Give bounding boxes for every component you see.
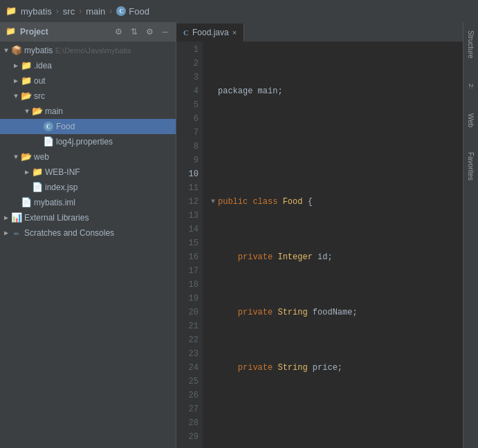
module-icon: 📦 (11, 45, 22, 56)
line-num-2: 2 (176, 57, 199, 71)
breadcrumb-sep3: › (109, 6, 112, 16)
line-num-5: 5 (176, 98, 199, 112)
java-class-food-icon: C (43, 121, 54, 132)
tree-item-web[interactable]: ▼ 📂 web (0, 149, 176, 165)
tree-item-external-libs[interactable]: ▶ 📊 External Libraries (0, 210, 176, 225)
breadcrumb-food: C Food (116, 6, 149, 17)
tree-label-webinf: WEB-INF (45, 167, 80, 177)
code-line-6: private String price; (208, 361, 463, 375)
project-name: mybatis (21, 6, 52, 17)
code-line-7 (208, 416, 463, 430)
expand-arrow-webinf: ▶ (22, 168, 32, 176)
expand-arrow-out: ▶ (11, 77, 21, 85)
breadcrumb-src: src (63, 6, 75, 17)
tree-label-indexjsp: index.jsp (45, 183, 77, 192)
line-num-4: 4 (176, 84, 199, 98)
line-num-7: 7 (176, 126, 199, 140)
folder-idea-icon: 📁 (21, 60, 32, 71)
tree-item-main[interactable]: ▼ 📂 main (0, 104, 176, 119)
line-num-11: 11 (176, 181, 199, 195)
tree-label-out: out (34, 76, 46, 86)
code-line-5: private String foodName; (208, 306, 463, 319)
line-num-24: 24 (176, 361, 199, 375)
expand-arrow-extlibs: ▶ (1, 214, 11, 222)
tree-item-scratches[interactable]: ▶ ✏ Scratches and Consoles (0, 225, 176, 241)
breadcrumb-main: main (86, 6, 105, 17)
tree-item-mybatisiml[interactable]: 📄 mybatis.iml (0, 195, 176, 210)
line-num-8: 8 (176, 140, 199, 153)
expand-arrow-mybatis: ▼ (1, 47, 11, 55)
line-num-29: 29 (176, 430, 199, 444)
line-num-3: 3 (176, 71, 199, 84)
editor-tabs: C Food.java × (176, 22, 463, 41)
tree-item-log4j[interactable]: 📄 log4j.properties (0, 134, 176, 149)
tree-item-idea[interactable]: ▶ 📁 .idea (0, 58, 176, 73)
line-num-20: 20 (176, 306, 199, 319)
line-num-6: 6 (176, 112, 199, 126)
options-icon[interactable]: ⚙ (144, 26, 156, 37)
breadcrumb-sep2: › (79, 6, 82, 16)
editor-area: C Food.java × 1 2 3 4 5 6 7 8 9 10 11 12… (176, 22, 463, 448)
tree-item-webinf[interactable]: ▶ 📁 WEB-INF (0, 165, 176, 180)
line-num-27: 27 (176, 402, 199, 416)
right-tab-web[interactable]: Web (466, 108, 476, 133)
external-libs-icon: 📊 (11, 212, 22, 223)
tree-label-src: src (34, 91, 45, 101)
line-num-18: 18 (176, 278, 199, 292)
line-num-28: 28 (176, 416, 199, 430)
right-tab-favorites[interactable]: Favorites (466, 147, 476, 186)
line-num-14: 14 (176, 223, 199, 236)
tree-label-mybatisiml: mybatis.iml (34, 198, 75, 207)
jsp-icon: 📄 (32, 182, 43, 193)
line-num-10: 10 (176, 167, 199, 181)
expand-arrow-src: ▼ (11, 93, 21, 100)
tree-label-extlibs: External Libraries (24, 213, 89, 223)
line-num-12: 12 (176, 195, 199, 209)
code-line-4: private Integer id; (208, 250, 463, 264)
expand-arrow-scratches: ▶ (1, 229, 11, 237)
iml-icon: 📄 (21, 197, 32, 208)
titlebar: 📁 mybatis › src › main › C Food (0, 0, 478, 22)
folder-webinf-icon: 📁 (32, 167, 43, 178)
right-tab-structure[interactable]: Structure (466, 25, 476, 64)
line-num-21: 21 (176, 319, 199, 333)
tree-label-main: main (45, 106, 63, 116)
fold-btn-3[interactable]: ▼ (208, 195, 218, 209)
tree-item-food[interactable]: C Food (0, 119, 176, 134)
folder-main-icon: 📂 (32, 106, 43, 117)
tab-food-java[interactable]: C Food.java × (176, 24, 244, 41)
properties-icon: 📄 (43, 136, 54, 147)
code-line-2 (208, 140, 463, 153)
project-toolbar: 📁 Project ⚙ ⇅ ⚙ ─ (0, 22, 176, 41)
right-tab-2[interactable]: 2: (466, 78, 476, 95)
line-num-15: 15 (176, 236, 199, 250)
tab-close-btn[interactable]: × (232, 28, 237, 37)
line-num-25: 25 (176, 375, 199, 389)
code-content[interactable]: package main; ▼ public class Food { priv… (203, 41, 463, 448)
project-title: Project (20, 27, 109, 37)
line-num-19: 19 (176, 292, 199, 306)
tree-item-src[interactable]: ▼ 📂 src (0, 88, 176, 104)
right-sidebar-tabs: Structure 2: Web Favorites (463, 22, 478, 448)
folder-src-icon: 📂 (21, 91, 32, 102)
sort-icon[interactable]: ⇅ (129, 26, 140, 37)
expand-arrow-idea: ▶ (11, 62, 21, 70)
tree-item-out[interactable]: ▶ 📁 out (0, 73, 176, 88)
scratches-icon: ✏ (11, 227, 22, 239)
expand-arrow-web: ▼ (11, 153, 21, 161)
folder-web-icon: 📂 (21, 151, 32, 162)
tab-label-food: Food.java (192, 28, 229, 37)
code-editor[interactable]: 1 2 3 4 5 6 7 8 9 10 11 12 13 14 15 16 1… (176, 41, 463, 448)
expand-arrow-main: ▼ (22, 108, 32, 115)
project-tree: ▼ 📦 mybatis E:\Demo\Java\mybatis ▶ 📁 .id… (0, 41, 176, 448)
tab-java-icon: C (183, 28, 189, 37)
tree-item-indexjsp[interactable]: 📄 index.jsp (0, 180, 176, 195)
main-layout: 📁 Project ⚙ ⇅ ⚙ ─ ▼ 📦 mybatis E:\Demo\Ja… (0, 22, 478, 448)
project-panel: 📁 Project ⚙ ⇅ ⚙ ─ ▼ 📦 mybatis E:\Demo\Ja… (0, 22, 176, 448)
code-line-1: package main; (208, 84, 463, 98)
minimize-icon[interactable]: ─ (160, 26, 170, 37)
settings-gear-icon[interactable]: ⚙ (113, 26, 125, 37)
tree-item-mybatis[interactable]: ▼ 📦 mybatis E:\Demo\Java\mybatis (0, 43, 176, 58)
line-num-22: 22 (176, 333, 199, 347)
line-num-16: 16 (176, 250, 199, 264)
